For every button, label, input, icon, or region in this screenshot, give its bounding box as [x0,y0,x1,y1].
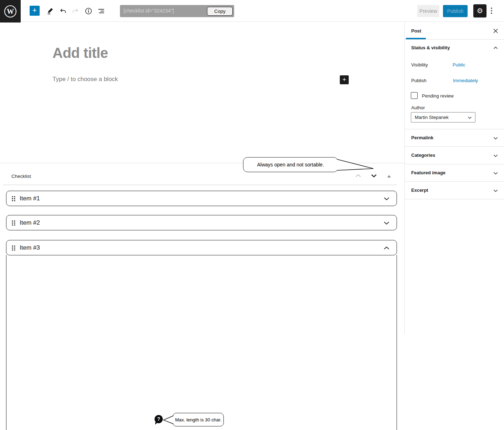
tab-post-active-underline [406,38,426,39]
section-featured-image[interactable]: Featured image [405,164,504,181]
section-status-visibility[interactable]: Status & visibility [411,45,450,50]
list-view-icon[interactable] [98,8,105,15]
chevron-down-icon [493,137,498,140]
chevron-down-icon [468,116,472,119]
author-label: Author [411,105,425,110]
checklist-item-3-header[interactable]: Item #3 [6,240,397,255]
edit-pencil-icon[interactable] [47,8,54,15]
chevron-up-icon[interactable] [493,46,498,49]
section-title: Permalink [411,129,433,146]
sortable-annotation-tail [336,158,376,172]
chevron-down-icon [493,154,498,157]
copy-shortcode-button[interactable]: Copy [207,7,233,16]
svg-text:W: W [7,8,14,15]
drag-handle-icon[interactable] [11,196,16,202]
author-select-value: Martin Stepanek [415,115,449,120]
chevron-down-icon [493,189,498,192]
gear-icon: ⚙ [477,7,483,15]
checklist-item-3-body [6,255,397,430]
section-title: Featured image [411,164,445,181]
editor-topbar: W + [checklist id="324234"] Copy Preview… [0,0,504,22]
block-appender-placeholder[interactable]: Type / to choose a block [52,76,118,83]
metabox-header-divider [3,185,397,185]
tab-post[interactable]: Post [411,22,421,40]
author-select[interactable]: Martin Stepanek [411,112,475,122]
metabox-move-down-icon[interactable] [371,174,377,178]
drag-handle-icon[interactable] [11,245,16,251]
metabox-toggle-triangle-icon[interactable] [387,175,391,178]
visibility-label: Visibility [411,62,428,68]
checklist-item-2-header[interactable]: Item #2 [6,215,397,230]
redo-icon[interactable] [72,8,79,15]
sidebar-header: Post [405,22,504,40]
block-appender-plus-button[interactable]: + [340,75,349,84]
more-options-kebab-icon[interactable] [490,7,493,15]
shortcode-field[interactable]: [checklist id="324234"] Copy [120,5,234,17]
block-inserter-button[interactable]: + [30,6,40,16]
drag-handle-icon[interactable] [11,220,16,226]
sortable-annotation-callout: Always open and not sortable. [243,157,338,172]
publish-label: Publish [411,78,427,83]
metabox-move-up-icon[interactable] [355,174,361,178]
section-categories[interactable]: Categories [405,146,504,164]
chevron-down-icon[interactable] [384,197,389,200]
metabox-title: Checklist [11,174,31,179]
max-length-tooltip-text: Max. length is 30 char. [175,417,221,422]
item-label: Item #3 [20,244,40,251]
sortable-annotation-text: Always open and not sortable. [257,162,324,168]
undo-icon[interactable] [59,8,66,15]
section-title: Categories [411,147,435,164]
settings-sidebar: Post Status & visibility Visibility Publ… [404,22,504,333]
settings-gear-button[interactable]: ⚙ [473,4,487,18]
item-label: Item #2 [20,219,40,226]
pending-review-label: Pending review [422,93,454,99]
shortcode-value: [checklist id="324234"] [124,8,174,14]
chevron-up-icon[interactable] [384,246,389,250]
chevron-down-icon[interactable] [384,221,389,225]
publish-button[interactable]: Publish [443,5,468,17]
max-length-tooltip: Max. length is 30 char. [173,413,224,426]
preview-button[interactable]: Preview [417,5,439,17]
wordpress-logo[interactable]: W [0,0,21,22]
item-label: Item #1 [20,195,40,202]
visibility-value-link[interactable]: Public [453,62,465,68]
section-excerpt[interactable]: Excerpt [405,181,504,199]
chevron-down-icon [493,172,498,175]
close-sidebar-icon[interactable] [493,28,498,34]
checklist-item-1-header[interactable]: Item #1 [6,191,397,206]
section-permalink[interactable]: Permalink [405,129,504,146]
sidebar-section-divider [405,199,504,199]
max-length-tooltip-tail [161,414,176,426]
pending-review-checkbox[interactable] [411,92,418,99]
publish-value-link[interactable]: Immediately [453,78,478,83]
section-title: Excerpt [411,182,428,199]
wordpress-logo-icon: W [4,5,17,18]
post-title-input[interactable]: Add title [52,45,108,61]
info-icon[interactable] [85,8,92,15]
